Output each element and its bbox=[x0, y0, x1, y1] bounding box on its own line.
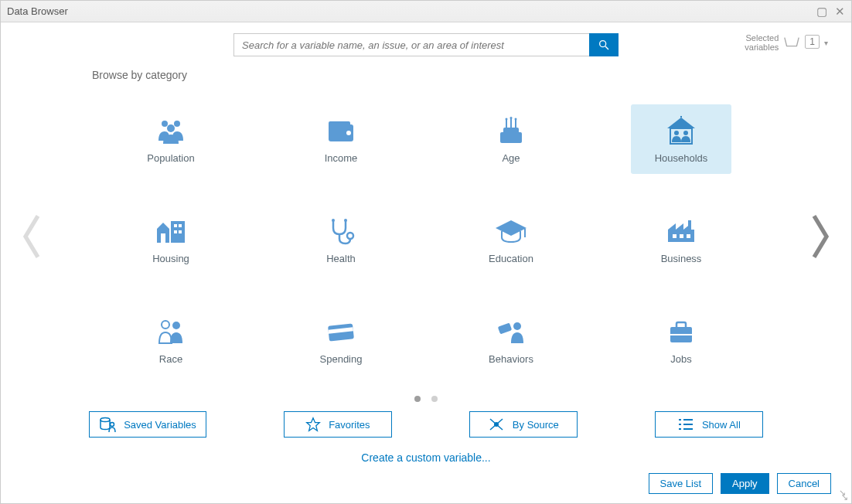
svg-rect-9 bbox=[503, 128, 519, 134]
svg-point-0 bbox=[600, 41, 606, 47]
titlebar: Data Browser ▢ ✕ bbox=[1, 1, 851, 22]
category-label: Households bbox=[655, 152, 708, 164]
favorites-button[interactable]: Favorites bbox=[284, 411, 392, 438]
create-custom-variable-link[interactable]: Create a custom variable... bbox=[1, 441, 851, 467]
svg-rect-39 bbox=[673, 234, 676, 238]
resize-handle-icon: ↘ ↘ bbox=[839, 490, 848, 500]
search-bar bbox=[233, 33, 619, 56]
cancel-button[interactable]: Cancel bbox=[777, 473, 831, 494]
chevron-left-icon bbox=[19, 212, 44, 261]
pagination-dots bbox=[1, 391, 851, 408]
svg-point-15 bbox=[515, 117, 517, 120]
category-households[interactable]: Households bbox=[631, 104, 731, 174]
svg-rect-25 bbox=[179, 224, 182, 227]
close-icon[interactable]: ✕ bbox=[835, 5, 845, 17]
category-label: Jobs bbox=[670, 353, 691, 365]
option-label: By Source bbox=[513, 419, 559, 431]
svg-rect-24 bbox=[174, 224, 177, 227]
svg-point-20 bbox=[683, 131, 688, 135]
svg-rect-23 bbox=[171, 221, 185, 243]
buildings-icon bbox=[154, 218, 188, 244]
svg-point-29 bbox=[347, 233, 353, 239]
selected-label-1: Selected bbox=[745, 33, 779, 43]
star-icon bbox=[305, 417, 321, 432]
category-label: Education bbox=[489, 253, 533, 264]
cake-icon bbox=[496, 117, 527, 145]
svg-rect-8 bbox=[500, 132, 522, 143]
credit-card-icon bbox=[325, 320, 356, 343]
database-person-icon bbox=[99, 417, 116, 432]
svg-line-58 bbox=[496, 424, 503, 430]
category-population[interactable]: Population bbox=[121, 104, 221, 174]
svg-point-13 bbox=[506, 117, 508, 120]
category-label: Age bbox=[502, 152, 520, 164]
svg-rect-49 bbox=[676, 322, 686, 329]
svg-line-55 bbox=[490, 419, 496, 424]
svg-rect-28 bbox=[161, 233, 165, 243]
svg-point-42 bbox=[162, 321, 169, 329]
apply-button[interactable]: Apply bbox=[721, 473, 769, 494]
search-input[interactable] bbox=[233, 33, 589, 56]
category-spending[interactable]: Spending bbox=[291, 306, 391, 376]
next-page-button[interactable] bbox=[789, 81, 851, 391]
list-icon bbox=[677, 417, 694, 431]
svg-point-14 bbox=[510, 117, 513, 119]
category-label: Health bbox=[326, 253, 356, 264]
svg-point-47 bbox=[513, 322, 521, 330]
save-list-button[interactable]: Save List bbox=[649, 473, 713, 494]
svg-point-43 bbox=[172, 322, 180, 329]
stethoscope-icon bbox=[327, 217, 355, 245]
search-button[interactable] bbox=[589, 33, 619, 56]
svg-point-31 bbox=[344, 219, 347, 222]
svg-point-3 bbox=[174, 121, 180, 127]
briefcase-icon bbox=[666, 319, 697, 344]
wallet-icon bbox=[325, 118, 356, 143]
svg-line-56 bbox=[496, 419, 503, 424]
svg-rect-46 bbox=[498, 323, 512, 335]
category-health[interactable]: Health bbox=[291, 205, 391, 274]
option-label: Show All bbox=[702, 419, 741, 431]
svg-point-30 bbox=[332, 219, 335, 222]
browse-by-category-label: Browse by category bbox=[1, 61, 851, 81]
svg-point-7 bbox=[346, 131, 351, 135]
svg-marker-22 bbox=[157, 223, 169, 229]
svg-marker-53 bbox=[307, 418, 320, 431]
category-race[interactable]: Race bbox=[121, 306, 221, 376]
svg-marker-32 bbox=[496, 220, 527, 236]
category-income[interactable]: Income bbox=[291, 104, 391, 174]
people-icon bbox=[155, 117, 186, 144]
category-label: Behaviors bbox=[489, 353, 533, 365]
category-education[interactable]: Education bbox=[461, 205, 561, 274]
house-people-icon bbox=[664, 116, 698, 145]
source-icon bbox=[488, 417, 505, 432]
maximize-icon[interactable]: ▢ bbox=[816, 5, 827, 17]
ticket-person-icon bbox=[496, 318, 527, 345]
by-source-button[interactable]: By Source bbox=[469, 411, 578, 438]
category-label: Race bbox=[159, 353, 182, 365]
svg-marker-36 bbox=[676, 223, 683, 230]
svg-rect-40 bbox=[680, 234, 683, 238]
svg-rect-26 bbox=[174, 230, 177, 233]
selected-variables-dropdown[interactable]: Selected variables 1 ▾ bbox=[745, 33, 828, 52]
category-age[interactable]: Age bbox=[461, 104, 561, 174]
category-business[interactable]: Business bbox=[631, 205, 731, 274]
two-people-icon bbox=[156, 318, 186, 345]
option-label: Favorites bbox=[329, 419, 370, 431]
cart-icon bbox=[783, 36, 800, 49]
selected-label-2: variables bbox=[745, 43, 779, 52]
page-dot-2[interactable] bbox=[431, 396, 438, 402]
prev-page-button[interactable] bbox=[1, 81, 63, 391]
show-all-button[interactable]: Show All bbox=[655, 411, 763, 438]
category-behaviors[interactable]: Behaviors bbox=[461, 306, 561, 376]
category-label: Spending bbox=[320, 353, 363, 365]
category-jobs[interactable]: Jobs bbox=[631, 306, 731, 376]
category-label: Housing bbox=[152, 253, 189, 264]
svg-line-57 bbox=[490, 424, 496, 430]
saved-variables-button[interactable]: Saved Variables bbox=[89, 411, 206, 438]
page-dot-1[interactable] bbox=[414, 396, 421, 402]
option-label: Saved Variables bbox=[124, 419, 196, 431]
category-label: Income bbox=[325, 152, 358, 164]
selected-count: 1 bbox=[805, 35, 820, 49]
svg-rect-41 bbox=[687, 234, 690, 238]
category-housing[interactable]: Housing bbox=[121, 205, 221, 274]
